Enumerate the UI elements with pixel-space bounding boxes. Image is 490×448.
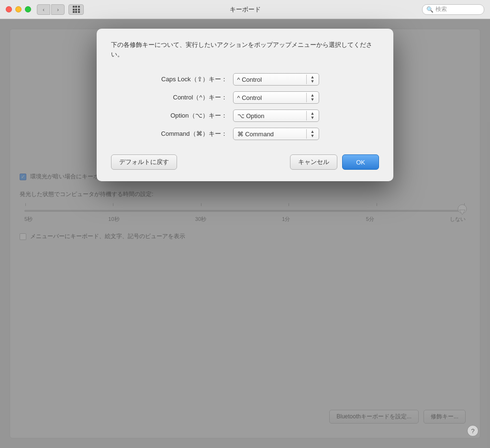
- traffic-lights: [6, 6, 31, 12]
- stepper-arrows: ▲ ▼: [311, 130, 315, 138]
- arrow-down-icon: ▼: [311, 116, 315, 120]
- divider: [306, 111, 307, 120]
- cancel-button[interactable]: キャンセル: [290, 154, 337, 170]
- title-bar: ‹ › キーボード 🔍 検索: [0, 0, 490, 19]
- command-value: ⌘ Command: [237, 131, 304, 138]
- search-box[interactable]: 🔍 検索: [422, 4, 484, 15]
- arrow-down-icon: ▼: [311, 98, 315, 102]
- table-row: Command（⌘）キー： ⌘ Command ▲ ▼: [111, 125, 379, 143]
- modal-description: 下の各修飾キーについて、実行したいアクションをポップアップメニューから選択してく…: [111, 40, 379, 59]
- nav-buttons: ‹ ›: [37, 4, 65, 15]
- stepper-arrows: ▲ ▼: [311, 75, 315, 84]
- search-icon: 🔍: [426, 6, 434, 13]
- modal-overlay: 下の各修飾キーについて、実行したいアクションをポップアップメニューから選択してく…: [0, 19, 490, 448]
- key-mapping-table: Caps Lock（⇪）キー： ^ Control ▲ ▼: [111, 70, 379, 143]
- option-value: ⌥ Option: [237, 112, 304, 120]
- divider: [306, 129, 307, 139]
- modal-buttons: デフォルトに戻す キャンセル OK: [111, 154, 379, 170]
- minimize-button[interactable]: [15, 6, 22, 12]
- grid-button[interactable]: [68, 4, 84, 15]
- forward-button[interactable]: ›: [51, 4, 65, 15]
- arrow-down-icon: ▼: [311, 79, 315, 84]
- caps-lock-value: ^ Control: [237, 76, 304, 83]
- table-row: Control（^）キー： ^ Control ▲ ▼: [111, 88, 379, 107]
- control-select[interactable]: ^ Control ▲ ▼: [233, 91, 319, 104]
- caps-lock-select[interactable]: ^ Control ▲ ▼: [233, 73, 319, 86]
- option-select-cell: ⌥ Option ▲ ▼: [233, 107, 379, 125]
- command-label: Command（⌘）キー：: [111, 125, 233, 143]
- caps-lock-select-cell: ^ Control ▲ ▼: [233, 70, 379, 88]
- command-select[interactable]: ⌘ Command ▲ ▼: [233, 128, 319, 140]
- divider: [306, 75, 307, 84]
- command-select-cell: ⌘ Command ▲ ▼: [233, 125, 379, 143]
- help-button[interactable]: ?: [467, 425, 479, 437]
- search-placeholder: 検索: [435, 5, 447, 13]
- option-select[interactable]: ⌥ Option ▲ ▼: [233, 109, 319, 122]
- content-area: ✓ 環境光が暗い場合にキーボードの輝度を調整 発光した状態でコンピュータが待機す…: [0, 19, 490, 448]
- modal-right-buttons: キャンセル OK: [290, 154, 379, 170]
- table-row: Option（⌥）キー： ⌥ Option ▲ ▼: [111, 107, 379, 125]
- ok-button[interactable]: OK: [342, 154, 379, 170]
- default-button[interactable]: デフォルトに戻す: [111, 154, 177, 170]
- back-button[interactable]: ‹: [37, 4, 50, 15]
- table-row: Caps Lock（⇪）キー： ^ Control ▲ ▼: [111, 70, 379, 88]
- option-label: Option（⌥）キー：: [111, 107, 233, 125]
- maximize-button[interactable]: [25, 6, 31, 12]
- control-label: Control（^）キー：: [111, 88, 233, 107]
- grid-icon: [73, 6, 80, 13]
- close-button[interactable]: [6, 6, 12, 12]
- modifier-keys-modal: 下の各修飾キーについて、実行したいアクションをポップアップメニューから選択してく…: [97, 29, 393, 181]
- stepper-arrows: ▲ ▼: [311, 93, 315, 102]
- caps-lock-label: Caps Lock（⇪）キー：: [111, 70, 233, 88]
- control-select-cell: ^ Control ▲ ▼: [233, 88, 379, 107]
- arrow-down-icon: ▼: [311, 134, 315, 138]
- window-title: キーボード: [230, 5, 261, 14]
- stepper-arrows: ▲ ▼: [311, 111, 315, 120]
- divider: [306, 93, 307, 102]
- control-value: ^ Control: [237, 94, 304, 101]
